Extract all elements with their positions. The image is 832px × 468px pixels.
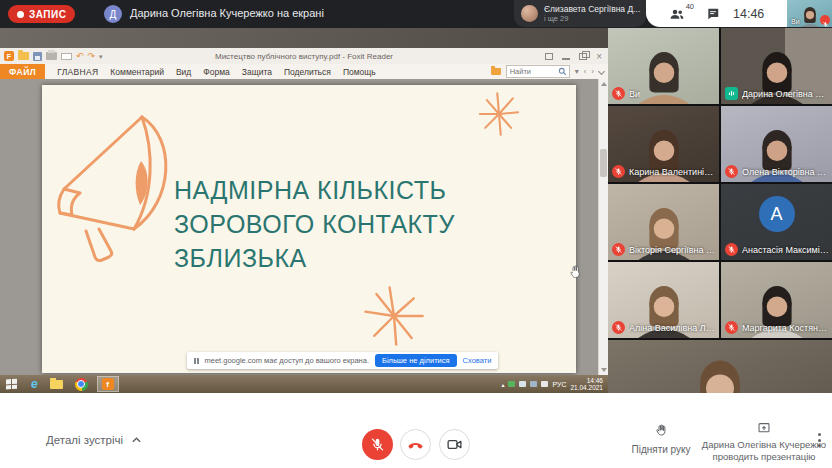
mic-muted-icon [820,15,830,25]
camera-toggle-button[interactable] [439,429,470,460]
menu-comment[interactable]: Комментарий [110,67,164,77]
mic-muted-icon [725,243,738,256]
tray-icon[interactable] [519,381,526,387]
selfview-thumbnail[interactable]: Ви [787,0,832,27]
tray-icon[interactable] [508,381,515,387]
tray-icon[interactable] [541,381,548,387]
participant-tile[interactable]: Олена Вікторівна Груз... [721,106,832,182]
pdf-scrollbar[interactable] [598,79,608,375]
chat-icon [706,7,720,21]
search-icon[interactable] [558,67,567,76]
screen-share-notification: meet.google.com має доступ до вашого екр… [187,352,498,369]
mic-toggle-button[interactable] [362,429,393,460]
fullscreen-button[interactable] [545,53,553,60]
raise-hand-label: Підняти руку [622,444,700,455]
minimize-button[interactable] [562,52,570,60]
participant-tile[interactable]: А Анастасія Максимівн... [721,184,832,260]
menu-protect[interactable]: Защита [242,67,272,77]
meeting-details-button[interactable]: Деталі зустрічі [46,434,142,446]
slide-heading: НАДМІРНА КІЛЬКІСТЬ ЗОРОВОГО КОНТАКТУ ЗБЛ… [174,173,455,275]
scrollbar-thumb[interactable] [600,149,607,177]
windows-taskbar: e f ▴ РУС 14:46 21.04.2021 [0,375,608,393]
slide-heading-line3: ЗБЛИЗЬКА [174,241,455,275]
scroll-up-icon[interactable] [601,82,607,86]
redo-icon[interactable]: ↷ [88,52,96,61]
chevron-up-icon [131,436,142,444]
close-button[interactable]: × [596,53,602,60]
meeting-details-label: Деталі зустрічі [46,434,123,446]
raise-hand-button[interactable]: Підняти руку [622,423,700,455]
find-input[interactable] [507,67,558,76]
next-icon[interactable]: › [591,68,594,76]
participants-pill[interactable]: Єлизавета Сергіївна Д... і ще 29 [514,0,646,27]
participants-pill-text: Єлизавета Сергіївна Д... і ще 29 [544,4,640,23]
participant-name-label: Маргарита Костянтин... [725,321,829,334]
file-explorer-icon[interactable] [50,380,63,389]
mic-muted-icon [612,87,625,100]
foxit-menu-bar: ФАЙЛ ГЛАВНАЯ Комментарий Вид Форма Защит… [0,64,608,80]
language-indicator[interactable]: РУС [552,381,566,388]
participant-tile[interactable]: Дарина Олегівна Куче... [721,28,832,104]
participant-tile[interactable]: Вікторія Сергіївна Пор... [608,184,719,260]
foxit-taskbar-button[interactable]: f [97,376,119,392]
participants-count-button[interactable]: 40 [669,6,693,22]
undo-icon[interactable]: ↶ [76,52,84,61]
print-icon[interactable] [46,52,57,60]
sparkle-icon [472,88,526,140]
save-icon[interactable] [33,52,42,61]
mic-off-icon [369,436,386,453]
megaphone-illustration [44,109,180,271]
internet-explorer-icon[interactable]: e [31,378,38,390]
sparkle-icon [354,283,434,349]
menu-share[interactable]: Поделиться [284,67,331,77]
speaking-indicator-icon [725,87,738,100]
participant-tile[interactable]: Карина Валентинівна ... [608,106,719,182]
view-options-icon[interactable]: ▾ [575,68,579,76]
taskbar-clock[interactable]: 14:46 21.04.2021 [570,377,603,392]
participant-tile[interactable]: Маргарита Костянтин... [721,262,832,338]
tray-icon[interactable] [530,381,537,387]
stop-sharing-button[interactable]: Більше не ділитися [375,354,457,367]
menu-file[interactable]: ФАЙЛ [0,64,45,79]
people-icon [669,6,685,22]
foxit-quick-access-toolbar: F ↶ ↷ ▾ [0,51,103,61]
toolbar-dropdown-icon[interactable]: ▾ [99,53,103,60]
clock: 14:46 [733,7,764,21]
open-file-icon[interactable] [18,52,29,60]
leave-call-button[interactable] [400,429,431,460]
find-folder-icon[interactable] [491,68,501,75]
menu-home[interactable]: ГЛАВНАЯ [57,67,98,77]
more-options-button[interactable] [818,433,821,447]
presenting-name: Дарина Олегівна Кучережко [700,439,828,451]
meet-status-pill: 40 14:46 [646,0,787,27]
mic-muted-icon [725,165,738,178]
presenting-status: Дарина Олегівна Кучережко проводить през… [700,421,828,462]
menu-help[interactable]: Помощь [343,67,376,77]
menu-form[interactable]: Форма [203,67,230,77]
scroll-down-icon[interactable] [601,368,607,372]
end-call-icon [407,436,424,453]
tray-expand-icon[interactable]: ▴ [501,381,504,388]
menu-right-cluster: ▾ ‹ › [491,65,608,78]
collapse-ribbon-icon[interactable] [598,68,605,75]
present-screen-icon[interactable] [757,421,771,435]
meet-bottom-bar: Деталі зустрічі Підняти [0,393,832,468]
slide-heading-line1: НАДМІРНА КІЛЬКІСТЬ [174,173,455,207]
prev-icon[interactable]: ‹ [584,68,587,76]
participant-name-label: Анастасія Максимівн... [725,243,829,256]
chrome-icon[interactable] [75,378,88,391]
foxit-icon: f [102,378,114,390]
menu-view[interactable]: Вид [176,67,191,77]
hide-notification-link[interactable]: Сховати [463,356,492,365]
start-button[interactable] [6,378,18,390]
recording-dot-icon [17,11,24,18]
chat-button[interactable] [706,7,720,21]
desktop-strip [0,28,608,48]
mic-muted-icon [725,321,738,334]
participant-tile[interactable]: Аліна Василівна Ліща... [608,262,719,338]
participant-tile[interactable]: Ви [608,28,719,104]
email-icon[interactable] [61,53,72,60]
foxit-app-icon[interactable]: F [4,51,14,61]
participant-name-label: Ви [612,87,640,100]
restore-button[interactable] [579,53,587,60]
